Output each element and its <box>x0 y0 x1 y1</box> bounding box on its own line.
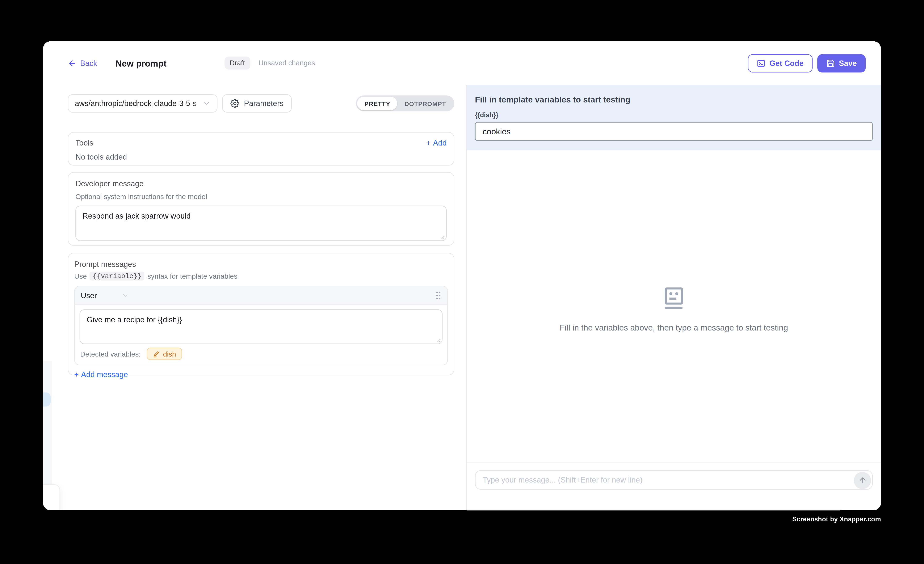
developer-message-input[interactable]: Respond as jack sparrow would <box>75 206 447 241</box>
chat-input-box <box>475 470 873 490</box>
hint-prefix: Use <box>74 272 87 280</box>
header: Back New prompt Draft Unsaved changes Ge… <box>43 41 881 85</box>
variable-key-label: {{dish}} <box>475 111 873 118</box>
chevron-down-icon[interactable] <box>122 291 129 299</box>
message-item: User Give me a recipe for {{dish}} <box>74 286 448 365</box>
back-arrow-icon <box>68 58 76 68</box>
variable-value-input[interactable] <box>475 122 873 141</box>
clipped-sidebar-strip <box>43 361 52 484</box>
developer-message-card: Developer message Optional system instru… <box>68 172 454 246</box>
test-panel-title: Fill in template variables to start test… <box>475 95 873 104</box>
add-tool-button[interactable]: + Add <box>426 138 447 147</box>
save-button[interactable]: Save <box>817 54 866 72</box>
variable-badge-label: dish <box>163 350 176 358</box>
prompt-messages-title: Prompt messages <box>74 260 448 268</box>
model-selector-value: aws/anthropic/bedrock-claude-3-5-s... <box>75 99 195 108</box>
arrow-up-icon <box>858 476 867 484</box>
resize-handle-icon[interactable] <box>435 337 441 342</box>
plus-icon: + <box>74 370 79 379</box>
resize-handle-icon[interactable] <box>440 234 445 239</box>
back-button[interactable]: Back <box>68 58 97 68</box>
editor-toolbar: aws/anthropic/bedrock-claude-3-5-s... Pa… <box>68 94 454 112</box>
hint-suffix: syntax for template variables <box>147 272 237 280</box>
add-tool-label: Add <box>433 138 447 147</box>
send-button[interactable] <box>854 472 871 489</box>
chat-empty-state: Fill in the variables above, then type a… <box>466 287 881 332</box>
variable-badge[interactable]: dish <box>147 348 182 360</box>
test-panel: Fill in template variables to start test… <box>466 85 881 510</box>
chevron-down-icon <box>202 99 210 107</box>
chat-footer <box>466 462 881 510</box>
content: aws/anthropic/bedrock-claude-3-5-s... Pa… <box>43 85 881 510</box>
get-code-button[interactable]: Get Code <box>748 54 812 72</box>
watermark-text: Screenshot by Xnapper.com <box>792 516 881 523</box>
drag-handle-icon[interactable] <box>435 291 441 300</box>
clipped-sidebar-active-item <box>43 393 51 406</box>
prompt-editor-column: aws/anthropic/bedrock-claude-3-5-s... Pa… <box>43 85 467 510</box>
prompt-messages-card: Prompt messages Use {{variable}} syntax … <box>68 253 454 375</box>
unsaved-changes-text: Unsaved changes <box>258 59 315 67</box>
terminal-icon <box>757 58 765 68</box>
robot-face-icon <box>663 287 685 313</box>
plus-icon: + <box>426 138 431 147</box>
parameters-button[interactable]: Parameters <box>222 94 292 112</box>
chat-message-input[interactable] <box>476 476 872 484</box>
developer-message-subtitle: Optional system instructions for the mod… <box>75 193 447 201</box>
tools-empty-text: No tools added <box>75 153 447 162</box>
chat-empty-text: Fill in the variables above, then type a… <box>560 323 788 332</box>
detected-variables-label: Detected variables: <box>80 350 141 358</box>
model-selector[interactable]: aws/anthropic/bedrock-claude-3-5-s... <box>68 94 218 112</box>
save-icon <box>826 58 835 68</box>
role-select-value[interactable]: User <box>81 291 97 300</box>
toggle-pretty[interactable]: PRETTY <box>357 97 398 110</box>
toggle-dotprompt[interactable]: DOTPROMPT <box>398 97 453 110</box>
header-actions: Get Code Save <box>748 54 866 72</box>
pencil-icon <box>153 350 160 357</box>
get-code-label: Get Code <box>770 58 804 68</box>
detected-variables-row: Detected variables: dish <box>80 348 442 360</box>
gear-icon <box>230 99 239 108</box>
message-body: Give me a recipe for {{dish}} Detected v… <box>75 304 447 365</box>
add-message-button[interactable]: + Add message <box>74 370 448 379</box>
add-message-label: Add message <box>81 370 128 379</box>
message-content-input[interactable]: Give me a recipe for {{dish}} <box>80 309 442 344</box>
tools-title: Tools <box>75 138 93 147</box>
back-label: Back <box>80 58 97 68</box>
page-title: New prompt <box>116 58 166 68</box>
template-variable-hint: Use {{variable}} syntax for template var… <box>74 272 448 280</box>
tools-card: Tools + Add No tools added <box>68 132 454 166</box>
screenshot-canvas: Back New prompt Draft Unsaved changes Ge… <box>0 0 924 564</box>
view-toggle: PRETTY DOTPROMPT <box>356 96 454 111</box>
app-window: Back New prompt Draft Unsaved changes Ge… <box>43 41 881 510</box>
save-label: Save <box>839 58 857 68</box>
developer-message-title: Developer message <box>75 179 447 188</box>
hint-code: {{variable}} <box>90 272 144 280</box>
parameters-label: Parameters <box>244 99 284 108</box>
message-role-row: User <box>75 286 447 304</box>
status-badge: Draft <box>224 57 250 69</box>
clipped-floating-card <box>43 484 60 510</box>
template-variables-box: Fill in template variables to start test… <box>466 85 881 150</box>
